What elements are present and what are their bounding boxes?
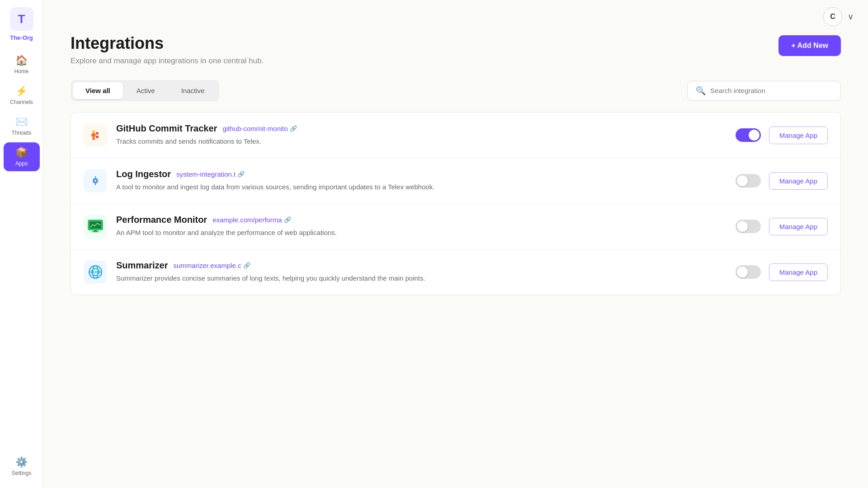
integration-controls: Manage App [736,218,828,235]
toggle-perf[interactable] [736,220,761,233]
integration-name-row: Summarizer summarizer.example.c 🔗 [116,260,726,271]
filter-bar: View all Active Inactive 🔍 [71,80,841,101]
tab-view-all[interactable]: View all [73,82,123,99]
integration-icon-github [84,123,107,147]
home-icon: 🏠 [15,55,28,66]
integration-info-github: GitHub Commit Tracker github-commit-moni… [116,123,726,147]
table-row: GitHub Commit Tracker github-commit-moni… [71,113,840,158]
channels-icon: ⚡ [15,85,28,97]
toggle-summ[interactable] [736,265,761,279]
integration-icon-summ [84,260,107,284]
toggle-thumb [737,267,748,277]
integration-info-log: Log Ingestor system-integration.t 🔗 A to… [116,169,726,192]
page-content: Integrations Explore and manage app inte… [43,33,868,488]
integration-link-text: summarizer.example.c [174,262,241,269]
manage-app-button-log[interactable]: Manage App [769,172,828,190]
integration-info-perf: Performance Monitor example.com/performa… [116,215,726,238]
manage-app-button-perf[interactable]: Manage App [769,218,828,235]
user-avatar[interactable]: C [823,7,842,26]
integration-link[interactable]: summarizer.example.c 🔗 [174,262,250,269]
integration-desc: Tracks commits and sends notifications t… [116,136,726,147]
integration-link-text: github-commit-monito [222,125,288,132]
external-link-icon: 🔗 [284,216,291,223]
table-row: Performance Monitor example.com/performa… [71,204,840,249]
sidebar-item-label-home: Home [14,68,28,75]
svg-point-3 [96,132,99,135]
integration-link-text: system-integration.t [176,170,236,178]
svg-point-6 [94,180,96,182]
sidebar-item-label-settings: Settings [12,470,31,476]
toggle-log[interactable] [736,174,761,188]
toggle-thumb [737,175,748,186]
svg-point-0 [91,133,96,137]
org-name: The-Org [10,34,33,41]
table-row: Summarizer summarizer.example.c 🔗 Summar… [71,249,840,295]
integration-link[interactable]: github-commit-monito 🔗 [222,125,297,132]
sidebar-item-apps[interactable]: 📦 Apps [4,142,40,171]
integration-desc: Summarizer provides concise summaries of… [116,273,726,284]
integration-name: GitHub Commit Tracker [116,123,217,134]
org-logo[interactable]: T [10,7,33,31]
toggle-github[interactable] [736,128,761,142]
external-link-icon: 🔗 [237,171,245,178]
table-row: Log Ingestor system-integration.t 🔗 A to… [71,158,840,204]
toggle-thumb [737,221,748,232]
sidebar-item-home[interactable]: 🏠 Home [4,50,40,79]
integration-controls: Manage App [736,172,828,190]
integration-link[interactable]: example.com/performa 🔗 [212,216,291,224]
integration-name-row: Log Ingestor system-integration.t 🔗 [116,169,726,179]
user-menu-chevron[interactable]: ∨ [848,12,854,22]
integration-name: Performance Monitor [116,215,207,225]
sidebar: T The-Org 🏠 Home ⚡ Channels ✉️ Threads 📦… [0,0,43,488]
sidebar-item-label-apps: Apps [15,160,28,167]
apps-icon: 📦 [15,147,28,159]
sidebar-item-label-threads: Threads [11,130,31,136]
integration-controls: Manage App [736,263,828,281]
integration-name: Summarizer [116,260,168,271]
toggle-thumb [749,130,760,141]
add-new-button[interactable]: + Add New [778,35,841,56]
page-title: Integrations [71,33,264,53]
sidebar-item-threads[interactable]: ✉️ Threads [4,112,40,141]
manage-app-button-summ[interactable]: Manage App [769,263,828,281]
svg-point-1 [92,130,95,133]
svg-rect-13 [92,231,99,232]
tab-inactive[interactable]: Inactive [169,82,217,99]
search-input[interactable] [710,87,832,94]
integration-link-text: example.com/performa [212,216,282,224]
page-header: Integrations Explore and manage app inte… [71,33,841,66]
integration-icon-perf [84,215,107,238]
integrations-list: GitHub Commit Tracker github-commit-moni… [71,112,841,295]
sidebar-item-settings[interactable]: ⚙️ Settings [4,452,40,481]
tab-active[interactable]: Active [124,82,168,99]
sidebar-item-channels[interactable]: ⚡ Channels [4,81,40,110]
page-subtitle: Explore and manage app integrations in o… [71,56,264,66]
integration-name-row: GitHub Commit Tracker github-commit-moni… [116,123,726,134]
sidebar-item-label-channels: Channels [10,99,33,105]
svg-rect-12 [94,230,97,231]
manage-app-button-github[interactable]: Manage App [769,127,828,144]
page-title-group: Integrations Explore and manage app inte… [71,33,264,66]
integration-info-summ: Summarizer summarizer.example.c 🔗 Summar… [116,260,726,284]
svg-point-2 [92,137,95,140]
topbar: C ∨ [43,0,868,33]
search-box: 🔍 [687,81,841,101]
integration-desc: An APM tool to monitor and analyze the p… [116,228,726,238]
integration-icon-log [84,169,107,192]
external-link-icon: 🔗 [243,262,250,269]
svg-point-4 [96,136,99,138]
external-link-icon: 🔗 [290,125,297,132]
integration-controls: Manage App [736,127,828,144]
integration-name-row: Performance Monitor example.com/performa… [116,215,726,225]
integration-name: Log Ingestor [116,169,171,179]
threads-icon: ✉️ [15,116,28,128]
filter-tabs: View all Active Inactive [71,80,219,101]
integration-link[interactable]: system-integration.t 🔗 [176,170,245,178]
integration-desc: A tool to monitor and ingest log data fr… [116,182,726,192]
search-icon: 🔍 [696,86,706,96]
main-content: C ∨ Integrations Explore and manage app … [43,0,868,488]
settings-icon: ⚙️ [15,456,28,468]
